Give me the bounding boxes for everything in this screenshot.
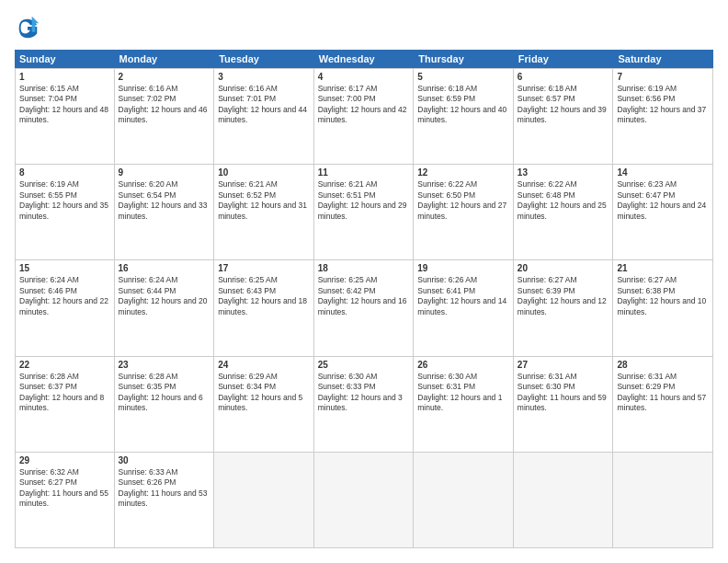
daylight-label: Daylight: 12 hours and 29 minutes. [318, 201, 410, 222]
day-number: 7 [617, 72, 709, 82]
daylight-label: Daylight: 12 hours and 12 minutes. [518, 296, 609, 317]
day-number: 19 [417, 263, 509, 273]
day-number: 3 [218, 72, 310, 82]
sunrise-line: Sunrise: 6:24 AM [119, 275, 210, 285]
cal-cell-2: 2Sunrise: 6:16 AMSunset: 7:02 PMDaylight… [115, 69, 215, 164]
day-number: 14 [617, 167, 709, 178]
sunrise-line: Sunrise: 6:31 AM [617, 372, 709, 382]
sunrise-line: Sunrise: 6:26 AM [417, 275, 509, 285]
daylight-label: Daylight: 12 hours and 27 minutes. [417, 201, 509, 222]
sunset-line: Sunset: 6:50 PM [417, 190, 509, 201]
day-number: 13 [518, 167, 609, 178]
logo-icon [15, 15, 40, 40]
sunset-line: Sunset: 6:35 PM [119, 382, 210, 392]
daylight-label: Daylight: 12 hours and 42 minutes. [318, 105, 410, 126]
sunrise-line: Sunrise: 6:20 AM [119, 179, 210, 190]
daylight-label: Daylight: 12 hours and 35 minutes. [19, 201, 110, 222]
cal-cell-9: 9Sunrise: 6:20 AMSunset: 6:54 PMDaylight… [115, 165, 215, 259]
day-number: 5 [417, 72, 509, 82]
sunrise-line: Sunrise: 6:21 AM [318, 179, 410, 190]
daylight-label: Daylight: 11 hours and 57 minutes. [617, 393, 709, 414]
sunset-line: Sunset: 6:42 PM [318, 286, 410, 296]
day-number: 22 [19, 360, 110, 370]
day-number: 18 [318, 263, 410, 273]
daylight-label: Daylight: 12 hours and 48 minutes. [19, 105, 110, 126]
cal-cell-14: 14Sunrise: 6:23 AMSunset: 6:47 PMDayligh… [613, 165, 713, 259]
cal-header-friday: Friday [514, 50, 614, 68]
daylight-label: Daylight: 12 hours and 33 minutes. [119, 201, 210, 222]
sunrise-line: Sunrise: 6:16 AM [119, 84, 210, 94]
sunrise-line: Sunrise: 6:15 AM [19, 84, 110, 94]
daylight-label: Daylight: 12 hours and 44 minutes. [218, 105, 310, 126]
daylight-label: Daylight: 12 hours and 20 minutes. [119, 296, 210, 317]
day-number: 20 [518, 263, 609, 273]
daylight-label: Daylight: 12 hours and 22 minutes. [19, 296, 110, 317]
sunset-line: Sunset: 7:00 PM [318, 94, 410, 104]
day-number: 10 [218, 167, 310, 178]
cal-cell-1: 1Sunrise: 6:15 AMSunset: 7:04 PMDaylight… [15, 69, 115, 164]
sunset-line: Sunset: 6:34 PM [218, 382, 310, 392]
cal-header-wednesday: Wednesday [314, 50, 415, 68]
cal-cell-8: 8Sunrise: 6:19 AMSunset: 6:55 PMDaylight… [15, 165, 115, 259]
calendar-header: SundayMondayTuesdayWednesdayThursdayFrid… [15, 50, 713, 68]
day-number: 8 [19, 167, 110, 178]
sunset-line: Sunset: 6:44 PM [119, 286, 210, 296]
cal-cell-empty-5 [514, 453, 614, 547]
sunset-line: Sunset: 6:30 PM [518, 382, 609, 392]
cal-cell-13: 13Sunrise: 6:22 AMSunset: 6:48 PMDayligh… [514, 165, 614, 259]
cal-cell-5: 5Sunrise: 6:18 AMSunset: 6:59 PMDaylight… [414, 69, 514, 164]
day-number: 17 [218, 263, 310, 273]
sunset-line: Sunset: 6:31 PM [417, 382, 509, 392]
sunrise-line: Sunrise: 6:29 AM [218, 372, 310, 382]
day-number: 21 [617, 263, 709, 273]
day-number: 12 [417, 167, 509, 178]
sunset-line: Sunset: 6:59 PM [417, 94, 509, 104]
sunset-line: Sunset: 6:37 PM [19, 382, 110, 392]
page: SundayMondayTuesdayWednesdayThursdayFrid… [0, 0, 728, 563]
sunrise-line: Sunrise: 6:25 AM [318, 275, 410, 285]
cal-row-2: 15Sunrise: 6:24 AMSunset: 6:46 PMDayligh… [15, 260, 713, 356]
cal-cell-16: 16Sunrise: 6:24 AMSunset: 6:44 PMDayligh… [115, 260, 215, 355]
sunrise-line: Sunrise: 6:17 AM [318, 84, 410, 94]
sunrise-line: Sunrise: 6:33 AM [119, 467, 210, 477]
cal-row-3: 22Sunrise: 6:28 AMSunset: 6:37 PMDayligh… [15, 357, 713, 453]
sunset-line: Sunset: 6:55 PM [19, 190, 110, 201]
sunrise-line: Sunrise: 6:32 AM [19, 467, 110, 477]
cal-cell-17: 17Sunrise: 6:25 AMSunset: 6:43 PMDayligh… [214, 260, 314, 355]
cal-header-saturday: Saturday [613, 50, 713, 68]
sunrise-line: Sunrise: 6:22 AM [417, 179, 509, 190]
cal-cell-29: 29Sunrise: 6:32 AMSunset: 6:27 PMDayligh… [15, 453, 115, 547]
sunrise-line: Sunrise: 6:18 AM [417, 84, 509, 94]
day-number: 6 [518, 72, 609, 82]
sunrise-line: Sunrise: 6:21 AM [218, 179, 310, 190]
sunset-line: Sunset: 7:02 PM [119, 94, 210, 104]
sunset-line: Sunset: 6:51 PM [318, 190, 410, 201]
sunset-line: Sunset: 6:46 PM [19, 286, 110, 296]
day-number: 16 [119, 263, 210, 273]
calendar-body: 1Sunrise: 6:15 AMSunset: 7:04 PMDaylight… [15, 68, 713, 548]
sunrise-line: Sunrise: 6:22 AM [518, 179, 609, 190]
sunrise-line: Sunrise: 6:23 AM [617, 179, 709, 190]
day-number: 30 [119, 455, 210, 465]
cal-header-monday: Monday [115, 50, 215, 68]
daylight-label: Daylight: 12 hours and 46 minutes. [119, 105, 210, 126]
sunset-line: Sunset: 6:43 PM [218, 286, 310, 296]
sunset-line: Sunset: 6:27 PM [19, 477, 110, 488]
daylight-label: Daylight: 11 hours and 59 minutes. [518, 393, 609, 414]
cal-cell-30: 30Sunrise: 6:33 AMSunset: 6:26 PMDayligh… [115, 453, 215, 547]
cal-cell-4: 4Sunrise: 6:17 AMSunset: 7:00 PMDaylight… [314, 69, 415, 164]
daylight-label: Daylight: 12 hours and 8 minutes. [19, 393, 110, 414]
cal-cell-21: 21Sunrise: 6:27 AMSunset: 6:38 PMDayligh… [613, 260, 713, 355]
day-number: 26 [417, 360, 509, 370]
cal-cell-28: 28Sunrise: 6:31 AMSunset: 6:29 PMDayligh… [613, 357, 713, 452]
cal-cell-empty-3 [314, 453, 415, 547]
daylight-label: Daylight: 12 hours and 37 minutes. [617, 105, 709, 126]
logo [15, 15, 42, 40]
cal-cell-18: 18Sunrise: 6:25 AMSunset: 6:42 PMDayligh… [314, 260, 415, 355]
sunset-line: Sunset: 6:39 PM [518, 286, 609, 296]
cal-cell-19: 19Sunrise: 6:26 AMSunset: 6:41 PMDayligh… [414, 260, 514, 355]
cal-cell-11: 11Sunrise: 6:21 AMSunset: 6:51 PMDayligh… [314, 165, 415, 259]
daylight-label: Daylight: 12 hours and 31 minutes. [218, 201, 310, 222]
day-number: 15 [19, 263, 110, 273]
header [15, 15, 713, 40]
